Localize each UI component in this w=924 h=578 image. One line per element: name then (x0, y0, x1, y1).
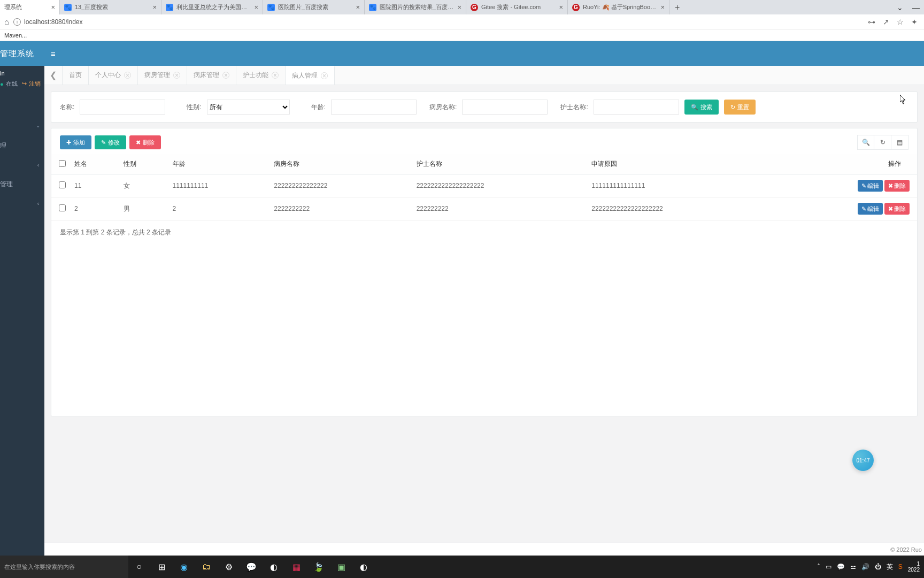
close-icon[interactable]: × (51, 3, 55, 11)
close-icon[interactable]: × (356, 3, 360, 11)
table-toolbar: ✚添加 ✎修改 ✖删除 🔍 ↻ ▤ (51, 128, 917, 154)
new-tab-button[interactable]: + (669, 3, 685, 12)
task-view-icon[interactable]: ⊞ (151, 556, 172, 578)
row-delete-button[interactable]: ✖删除 (884, 203, 910, 215)
app-tab[interactable]: 病床管理× (187, 66, 236, 85)
ward-input[interactable] (462, 100, 548, 115)
gender-select[interactable]: 所有 (207, 100, 290, 115)
tabs-scroll-left[interactable]: ❮ (44, 66, 63, 85)
share-icon[interactable]: ↗ (883, 18, 889, 26)
col-reason[interactable]: 申请原因 (587, 154, 771, 174)
row-edit-button[interactable]: ✎编辑 (858, 203, 883, 215)
app-tab[interactable]: 病房管理× (138, 66, 187, 85)
reset-button[interactable]: ↻重置 (724, 100, 756, 115)
tray-overflow-icon[interactable]: ˄ (817, 563, 820, 571)
nurse-input[interactable] (594, 100, 679, 115)
app-tab-home[interactable]: 首页 (63, 66, 89, 85)
chrome-icon[interactable]: ◐ (353, 556, 374, 578)
ime-indicator[interactable]: 英 (887, 562, 893, 572)
row-edit-button[interactable]: ✎编辑 (858, 180, 883, 192)
name-input[interactable] (80, 100, 165, 115)
col-name[interactable]: 姓名 (70, 154, 119, 174)
browser-tab[interactable]: 🐾 13_百度搜索 × (60, 0, 161, 14)
browser-tab[interactable]: 🐾 医院图片的搜索结果_百度图片 × (365, 0, 466, 14)
col-ward[interactable]: 病房名称 (270, 154, 412, 174)
bookmark-item[interactable]: Maven... (4, 32, 27, 39)
browser-tab[interactable]: G Gitee 搜索 - Gitee.com × (466, 0, 568, 14)
sidebar-item[interactable]: ‹ (0, 194, 44, 213)
col-gender[interactable]: 性别 (119, 154, 168, 174)
cortana-icon[interactable]: ○ (128, 556, 150, 578)
home-icon[interactable]: ⌂ (4, 17, 9, 26)
logout-link[interactable]: 注销 (29, 80, 41, 88)
star-icon[interactable]: ☆ (897, 18, 904, 26)
search-button[interactable]: 🔍搜索 (684, 100, 719, 115)
browser-tab[interactable]: G RuoYi: 🍂 基于SpringBoot的 × (568, 0, 669, 14)
settings-icon[interactable]: ⚙ (218, 556, 240, 578)
sidebar-item[interactable]: 理 (0, 136, 44, 155)
sidebar-item[interactable]: 管理 (0, 174, 44, 194)
close-icon[interactable]: × (152, 3, 157, 11)
volume-icon[interactable]: 🔊 (861, 563, 869, 571)
modify-button[interactable]: ✎修改 (95, 135, 126, 149)
tab-label: 个人中心 (95, 71, 121, 80)
wifi-icon[interactable]: ⚍ (850, 563, 856, 571)
nurse-label: 护士名称: (560, 103, 588, 112)
sidebar-section[interactable]: ⌄ (0, 115, 44, 136)
chevron-down-icon[interactable]: ⌄ (892, 3, 908, 12)
url-field[interactable]: i localhost:8080/index (13, 18, 864, 26)
app-icon[interactable]: 🍃 (308, 556, 329, 578)
taskbar-clock[interactable]: 1 2022 (908, 561, 921, 573)
browser-tab[interactable]: 理系统 × (0, 0, 60, 14)
taskbar-search-text: 在这里输入你要搜索的内容 (4, 563, 75, 571)
table-row[interactable]: 11 女 1111111111 222222222222222 22222222… (51, 174, 917, 197)
browser-tab[interactable]: 🐾 利比里亚总统之子为美国队破门 × (161, 0, 263, 14)
add-button[interactable]: ✚添加 (60, 135, 91, 149)
key-icon[interactable]: ⊶ (868, 18, 875, 26)
hamburger-icon[interactable]: ≡ (51, 49, 56, 58)
close-icon[interactable]: × (222, 72, 229, 79)
app-icon[interactable]: ▣ (330, 556, 352, 578)
intellij-icon[interactable]: ▦ (286, 556, 307, 578)
app-tab[interactable]: 护士功能× (236, 66, 286, 85)
browser-tab[interactable]: 🐾 医院图片_百度搜索 × (263, 0, 365, 14)
close-icon[interactable]: × (173, 72, 180, 79)
row-checkbox[interactable] (59, 204, 66, 211)
age-input[interactable] (331, 100, 417, 115)
row-delete-button[interactable]: ✖删除 (884, 180, 910, 192)
app-tab-active[interactable]: 病人管理× (286, 66, 335, 85)
minimize-icon[interactable]: — (908, 3, 924, 12)
close-icon[interactable]: × (660, 3, 665, 11)
close-icon[interactable]: × (457, 3, 461, 11)
table-search-icon[interactable]: 🔍 (857, 135, 874, 150)
delete-button[interactable]: ✖删除 (129, 135, 161, 149)
sogou-icon[interactable]: S (898, 563, 903, 571)
power-icon[interactable]: ⏻ (875, 563, 881, 571)
battery-icon[interactable]: ▭ (826, 563, 831, 571)
col-nurse[interactable]: 护士名称 (412, 154, 588, 174)
info-icon[interactable]: i (13, 18, 21, 26)
refresh-icon: ↻ (730, 104, 735, 111)
explorer-icon[interactable]: 🗂 (196, 556, 217, 578)
close-icon[interactable]: × (559, 3, 563, 11)
close-icon[interactable]: × (124, 72, 131, 79)
col-age[interactable]: 年龄 (168, 154, 270, 174)
wechat-tray-icon[interactable]: 💬 (837, 563, 845, 571)
app-tab[interactable]: 个人中心× (89, 66, 138, 85)
select-all-checkbox[interactable] (59, 160, 66, 167)
extensions-icon[interactable]: ✦ (911, 18, 918, 26)
edge-icon[interactable]: ◉ (173, 556, 195, 578)
close-icon[interactable]: × (321, 72, 328, 79)
timer-bubble[interactable]: 01:47 (852, 450, 874, 471)
wechat-icon[interactable]: 💬 (241, 556, 262, 578)
close-icon[interactable]: × (272, 72, 279, 79)
tab-label: 病人管理 (292, 71, 318, 80)
table-refresh-icon[interactable]: ↻ (874, 135, 891, 150)
table-columns-icon[interactable]: ▤ (891, 135, 908, 150)
sidebar-item[interactable]: ‹ (0, 155, 44, 174)
row-checkbox[interactable] (59, 181, 66, 188)
taskbar-search[interactable]: 在这里输入你要搜索的内容 (0, 556, 128, 578)
table-row[interactable]: 2 男 2 2222222222 222222222 2222222222222… (51, 197, 917, 220)
chrome-icon[interactable]: ◐ (263, 556, 284, 578)
close-icon[interactable]: × (254, 3, 258, 11)
